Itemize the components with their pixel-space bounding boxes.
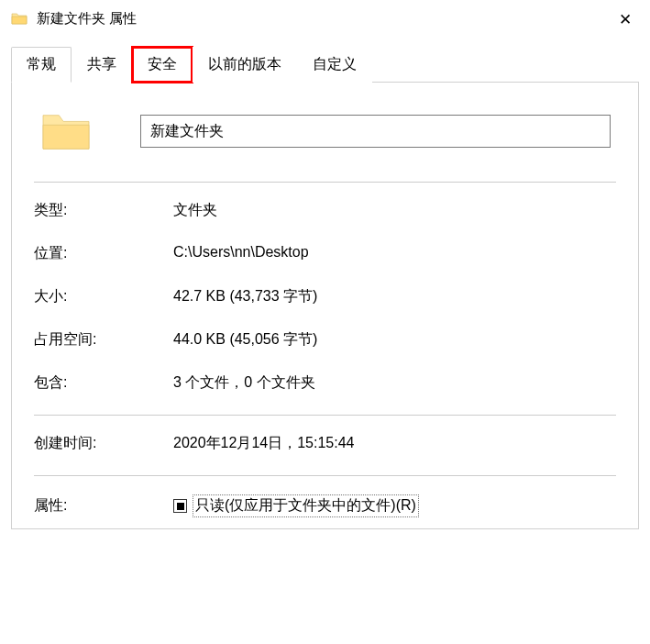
close-icon: ✕ [619,10,632,29]
row-attributes: 属性: 只读(仅应用于文件夹中的文件)(R) [34,494,616,517]
value-contains: 3 个文件，0 个文件夹 [173,373,315,393]
label-created: 创建时间: [34,434,173,453]
tab-sharing[interactable]: 共享 [72,47,132,83]
header-row [34,108,616,154]
tab-prev-label: 以前的版本 [208,56,281,72]
row-location: 位置: C:\Users\nn\Desktop [34,244,616,263]
tab-security[interactable]: 安全 [132,47,193,83]
value-size: 42.7 KB (43,733 字节) [173,287,317,306]
row-contains: 包含: 3 个文件，0 个文件夹 [34,373,616,393]
dialog-body: 常规 共享 安全 以前的版本 自定义 类型: 文件夹 位置: C:\Users\ [0,37,650,529]
tab-sharing-label: 共享 [87,56,116,72]
divider-2 [34,415,616,416]
tabstrip: 常规 共享 安全 以前的版本 自定义 [11,46,639,83]
tab-general-label: 常规 [27,56,56,72]
folder-name-input[interactable] [140,115,611,148]
value-size-on-disk: 44.0 KB (45,056 字节) [173,330,317,350]
readonly-checkbox-wrap: 只读(仅应用于文件夹中的文件)(R) [173,494,419,517]
row-created: 创建时间: 2020年12月14日，15:15:44 [34,434,616,453]
label-attributes: 属性: [34,496,173,516]
label-contains: 包含: [34,373,173,393]
divider-1 [34,182,616,183]
readonly-label[interactable]: 只读(仅应用于文件夹中的文件)(R) [193,494,419,517]
label-size-on-disk: 占用空间: [34,330,173,350]
readonly-checkbox[interactable] [173,499,187,513]
tab-custom-label: 自定义 [313,56,357,72]
tab-general[interactable]: 常规 [11,47,72,83]
titlebar: 新建文件夹 属性 ✕ [0,0,650,37]
folder-large-icon [39,108,93,154]
divider-3 [34,475,616,476]
row-size-on-disk: 占用空间: 44.0 KB (45,056 字节) [34,330,616,350]
value-type: 文件夹 [173,201,217,220]
tab-custom[interactable]: 自定义 [297,47,372,83]
label-type: 类型: [34,201,173,220]
tab-security-label: 安全 [148,56,177,72]
window-title: 新建文件夹 属性 [37,10,137,28]
row-size: 大小: 42.7 KB (43,733 字节) [34,287,616,306]
row-type: 类型: 文件夹 [34,201,616,220]
folder-small-icon [11,11,28,26]
value-created: 2020年12月14日，15:15:44 [173,434,354,453]
value-location: C:\Users\nn\Desktop [173,244,309,263]
label-location: 位置: [34,244,173,263]
tab-previous-versions[interactable]: 以前的版本 [193,47,297,83]
info-grid-2: 创建时间: 2020年12月14日，15:15:44 [34,434,616,453]
tab-content-general: 类型: 文件夹 位置: C:\Users\nn\Desktop 大小: 42.7… [11,83,639,529]
label-size: 大小: [34,287,173,306]
close-button[interactable]: ✕ [611,6,639,33]
info-grid-1: 类型: 文件夹 位置: C:\Users\nn\Desktop 大小: 42.7… [34,201,616,393]
